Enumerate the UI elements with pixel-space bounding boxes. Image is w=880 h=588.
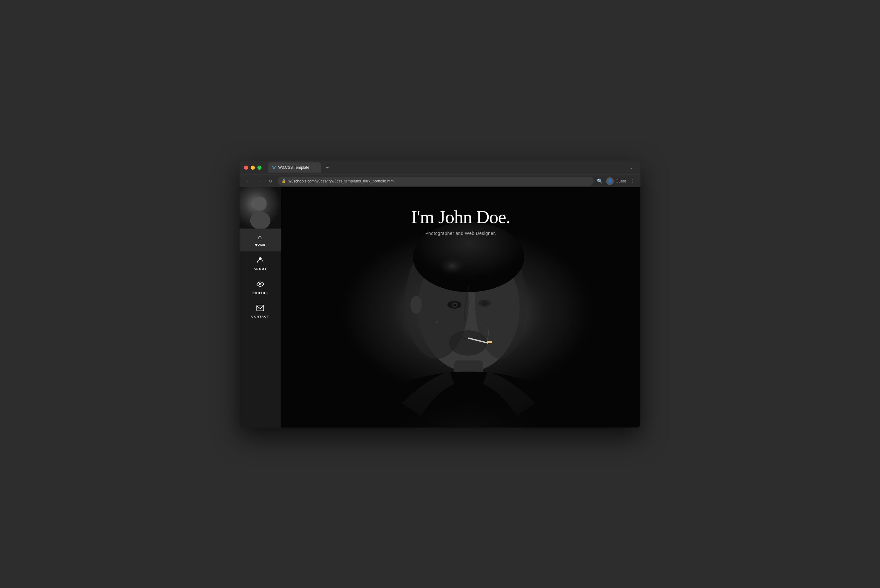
url-bar[interactable]: 🔒 w3schools.com/w3css/tryw3css_templates…: [278, 177, 594, 186]
about-label: ABOUT: [254, 267, 266, 270]
sidebar-item-photos[interactable]: PHOTOS: [239, 276, 281, 300]
tab-favicon-icon: W: [272, 166, 275, 170]
tab-more-button[interactable]: ⌄: [627, 164, 636, 171]
svg-rect-6: [257, 305, 264, 311]
url-path: /w3css/tryw3css_templates_dark_portfolio…: [314, 179, 394, 183]
search-button[interactable]: 🔍: [597, 178, 603, 184]
address-actions: 🔍 👤 Guest ⋮: [597, 177, 636, 185]
profile-area[interactable]: 👤 Guest: [606, 177, 626, 185]
contact-label: CONTACT: [251, 315, 269, 318]
avatar-icon: 👤: [606, 177, 614, 185]
browser-more-button[interactable]: ⋮: [629, 178, 636, 184]
minimize-button[interactable]: [251, 166, 255, 170]
hero-text: I'm John Doe. Photographer and Web Desig…: [281, 206, 641, 236]
svg-point-1: [254, 197, 266, 211]
refresh-button[interactable]: ↻: [266, 177, 275, 185]
close-button[interactable]: [244, 166, 248, 170]
svg-point-5: [260, 284, 261, 285]
tab-close-button[interactable]: ×: [312, 165, 316, 170]
home-label: HOME: [255, 243, 266, 246]
tab-area: W W3.CSS Template × + ⌄: [268, 162, 636, 172]
hero-title: I'm John Doe.: [281, 206, 641, 228]
site-main: I'm John Doe. Photographer and Web Desig…: [281, 187, 641, 428]
forward-button[interactable]: ›: [255, 177, 263, 185]
address-bar: ‹ › ↻ 🔒 w3schools.com/w3css/tryw3css_tem…: [239, 174, 641, 187]
new-tab-button[interactable]: +: [323, 163, 331, 172]
active-tab[interactable]: W W3.CSS Template ×: [268, 162, 321, 172]
sidebar-item-home[interactable]: ⌂ HOME: [239, 228, 281, 251]
sidebar-item-contact[interactable]: CONTACT: [239, 300, 281, 323]
browser-content: ⌂ HOME ABOUT: [239, 187, 641, 428]
url-domain: w3schools.com: [289, 179, 314, 183]
home-icon: ⌂: [258, 234, 262, 241]
title-bar: W W3.CSS Template × + ⌄: [239, 160, 641, 174]
sidebar-avatar: [239, 187, 281, 228]
browser-window: W W3.CSS Template × + ⌄ ‹ › ↻ 🔒 w3school…: [239, 160, 641, 428]
hero-subtitle: Photographer and Web Designer.: [281, 231, 641, 236]
traffic-lights: [244, 166, 262, 170]
photos-label: PHOTOS: [253, 291, 268, 295]
avatar-image: [239, 187, 281, 228]
contact-icon: [256, 305, 264, 313]
avatar-label: Guest: [615, 179, 626, 183]
tab-title: W3.CSS Template: [278, 165, 309, 170]
about-icon: [257, 256, 264, 265]
maximize-button[interactable]: [257, 166, 262, 170]
photos-icon: [256, 280, 264, 289]
sidebar-item-about[interactable]: ABOUT: [239, 251, 281, 276]
lock-icon: 🔒: [281, 179, 286, 183]
url-display: w3schools.com/w3css/tryw3css_templates_d…: [289, 179, 394, 183]
back-button[interactable]: ‹: [244, 177, 252, 185]
site-sidebar: ⌂ HOME ABOUT: [239, 187, 281, 428]
